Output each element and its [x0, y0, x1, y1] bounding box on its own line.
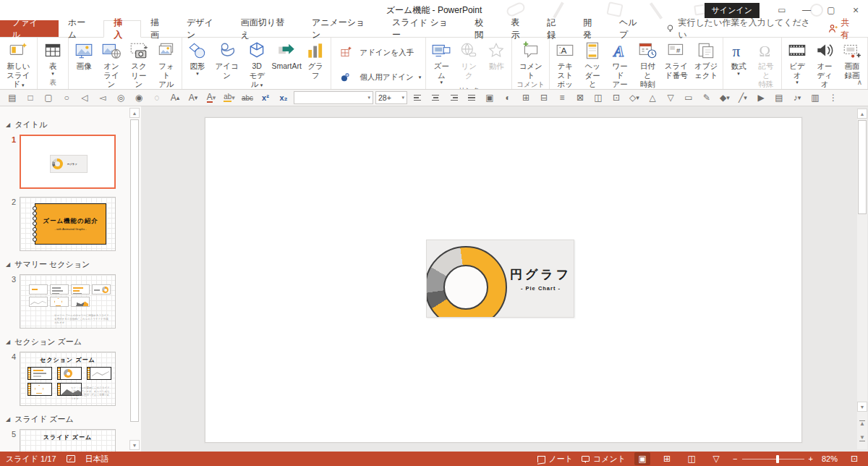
ink-pen-icon[interactable]: ✎: [699, 91, 715, 105]
zoom-slider[interactable]: − +: [733, 454, 813, 463]
callout-shape-icon[interactable]: ▽: [663, 91, 678, 105]
ribbon-button-SmartArt[interactable]: SmartArt: [271, 38, 302, 71]
ribbon-button-新しいスライド[interactable]: 新しい スライド▾: [1, 38, 35, 89]
ribbon-button-コメント[interactable]: コメント: [514, 38, 548, 80]
next-slide-icon[interactable]: ▼: [857, 432, 867, 444]
ribbon-button-個人用アドイン[interactable]: 個人用アドイン▾: [336, 67, 421, 88]
ribbon-button-画面録画[interactable]: 画面 録画: [838, 38, 866, 80]
ribbon-button-画像[interactable]: 画像: [70, 38, 98, 71]
strikethrough-icon[interactable]: abc: [239, 91, 255, 105]
notes-page-icon[interactable]: ▤: [771, 91, 787, 105]
rounded-rectangle-icon[interactable]: ▢: [41, 91, 56, 105]
more-commands-icon[interactable]: ⋮: [825, 91, 841, 105]
scroll-down-icon[interactable]: ▼: [857, 402, 867, 412]
fragment-shapes-icon[interactable]: ◌: [149, 91, 165, 105]
ribbon-button-ワードアート[interactable]: Aワード アート▾: [606, 38, 634, 90]
previous-slide-icon[interactable]: ▲: [857, 418, 867, 429]
slide-thumbnail-5[interactable]: スライド ズーム: [20, 429, 116, 452]
shrink-font-icon[interactable]: A▾: [185, 91, 201, 105]
tab-画面切り替え[interactable]: 画面切り替え: [231, 20, 302, 37]
spell-check-icon[interactable]: ✓: [67, 455, 75, 462]
slide-thumbnail-2[interactable]: ズーム機能の紹介- with Animated Graphs -: [20, 197, 116, 251]
section-header-スライド ズーム[interactable]: ◢スライド ズーム: [6, 414, 128, 425]
tab-ファイル[interactable]: ファイル: [0, 20, 59, 37]
reading-view-icon[interactable]: ◫: [684, 452, 699, 465]
ribbon-button-グラフ[interactable]: グラフ: [302, 38, 329, 80]
zoom-percent[interactable]: 82%: [822, 454, 838, 463]
font-name-combo[interactable]: ▾: [294, 91, 373, 104]
slide-thumbnail-1[interactable]: 円グラフ: [20, 135, 116, 189]
sidebar-scrollbar[interactable]: ▲ ▼: [129, 108, 140, 450]
device-frame-icon[interactable]: ▭: [681, 91, 697, 105]
media-mark-icon[interactable]: ▶: [753, 91, 769, 105]
tab-開発[interactable]: 開発: [574, 20, 610, 37]
rectangle-shape-icon[interactable]: □: [22, 91, 38, 105]
diamond-shape-icon[interactable]: ◆▾: [717, 91, 733, 105]
notes-toggle[interactable]: ノート: [537, 454, 574, 465]
section-collapse-icon[interactable]: ◢: [6, 261, 10, 268]
ungroup-objects-icon[interactable]: ⊟: [536, 91, 552, 105]
tab-アニメーション[interactable]: アニメーション: [302, 20, 383, 37]
zoom-slider-track[interactable]: [742, 459, 804, 459]
group-objects-icon[interactable]: ⊞: [518, 91, 534, 105]
line-shape-icon[interactable]: ╱▾: [735, 91, 751, 105]
align-objects-icon[interactable]: ◫: [590, 91, 606, 105]
section-collapse-icon[interactable]: ◢: [6, 339, 10, 345]
superscript-icon[interactable]: x²: [258, 91, 273, 105]
slide-thumbnail-3[interactable]: サマリー ズームのサマリーに移動するスライドを選択すると自動的にこれらのスライド…: [20, 274, 116, 329]
tab-デザイン[interactable]: デザイン: [177, 20, 231, 37]
ribbon-button-フォトアルバム[interactable]: フォト アルバム▾: [153, 38, 180, 90]
object-anchor-icon[interactable]: ⊡: [608, 91, 624, 105]
comments-toggle[interactable]: コメント: [582, 454, 626, 465]
ribbon-button-オブジェクト[interactable]: オブジェクト: [691, 38, 721, 80]
zoom-object-card[interactable]: 円グラフ - Pie Chart -: [426, 240, 574, 318]
triangle-shape-icon[interactable]: △: [644, 91, 660, 105]
fit-to-window-icon[interactable]: ⊡: [846, 452, 862, 465]
current-slide[interactable]: 円グラフ - Pie Chart -: [205, 117, 802, 443]
justify-icon[interactable]: [464, 91, 480, 105]
scrollbar-thumb[interactable]: [858, 120, 867, 214]
ribbon-button-テキストボックス[interactable]: Aテキスト ボックス▾: [551, 38, 579, 90]
merge-shapes-icon[interactable]: ◎: [113, 91, 129, 105]
ribbon-button-アイコン[interactable]: アイコン: [211, 38, 243, 80]
tab-記録[interactable]: 記録: [537, 20, 574, 37]
slide-sorter-view-icon[interactable]: ⊞: [659, 452, 675, 465]
slide-layout-icon[interactable]: ▣: [482, 91, 498, 105]
tab-描画[interactable]: 描画: [141, 20, 177, 37]
align-left-icon[interactable]: [409, 91, 425, 105]
ribbon-button-図形[interactable]: 図形▾: [184, 38, 211, 76]
rotate-shape-icon[interactable]: ◅: [95, 91, 111, 105]
ribbon-button-アドインを入手[interactable]: アドインを入手: [336, 43, 414, 63]
normal-view-icon[interactable]: ▣: [634, 452, 650, 465]
zoom-out-icon[interactable]: −: [733, 454, 737, 463]
ribbon-button-3Dモデル[interactable]: 3D モデル▾: [243, 38, 271, 89]
tab-ヘルプ[interactable]: ヘルプ: [610, 20, 655, 37]
audio-tool-icon[interactable]: ♪▾: [789, 91, 805, 105]
font-color-icon[interactable]: A▾: [203, 91, 219, 105]
section-header-セクション ズーム[interactable]: ◢セクション ズーム: [6, 336, 128, 347]
zoom-slider-thumb[interactable]: [776, 455, 779, 463]
ribbon-button-オーディオ[interactable]: オーディオ▾: [811, 38, 838, 90]
align-center-icon[interactable]: [427, 91, 443, 105]
language-indicator[interactable]: 日本語: [85, 454, 109, 465]
tab-スライド ショー[interactable]: スライド ショー: [383, 20, 466, 37]
section-header-タイトル[interactable]: ◢タイトル: [6, 119, 128, 130]
subscript-icon[interactable]: x₂: [276, 91, 292, 105]
collapse-ribbon-icon[interactable]: ∧: [857, 78, 862, 86]
share-button[interactable]: 共有: [818, 20, 868, 37]
tab-挿入[interactable]: 挿入: [103, 20, 141, 38]
highlight-icon[interactable]: ab▾: [221, 91, 237, 105]
shapes-menu-icon[interactable]: ◇▾: [626, 91, 642, 105]
tab-校閲[interactable]: 校閲: [466, 20, 502, 37]
tell-me-search[interactable]: 実行したい作業を入力してください: [665, 20, 819, 37]
scroll-up-icon[interactable]: ▲: [857, 109, 867, 119]
ribbon-button-スクリーンショット[interactable]: スクリーン ショット▾: [125, 38, 153, 90]
flip-shape-icon[interactable]: ◁: [77, 91, 93, 105]
grow-font-icon[interactable]: A▴: [167, 91, 183, 105]
slide-thumbnail-4[interactable]: セクション ズームセクションの冒頭にこのスライドが使われています。あらかじめセク…: [20, 352, 116, 406]
oval-shape-icon[interactable]: ○: [59, 91, 75, 105]
scroll-down-icon[interactable]: ▼: [129, 440, 140, 450]
scroll-up-icon[interactable]: ▲: [129, 108, 140, 118]
distribute-objects-icon[interactable]: ≡: [554, 91, 570, 105]
ribbon-button-ズーム[interactable]: ズーム▾: [427, 38, 455, 85]
